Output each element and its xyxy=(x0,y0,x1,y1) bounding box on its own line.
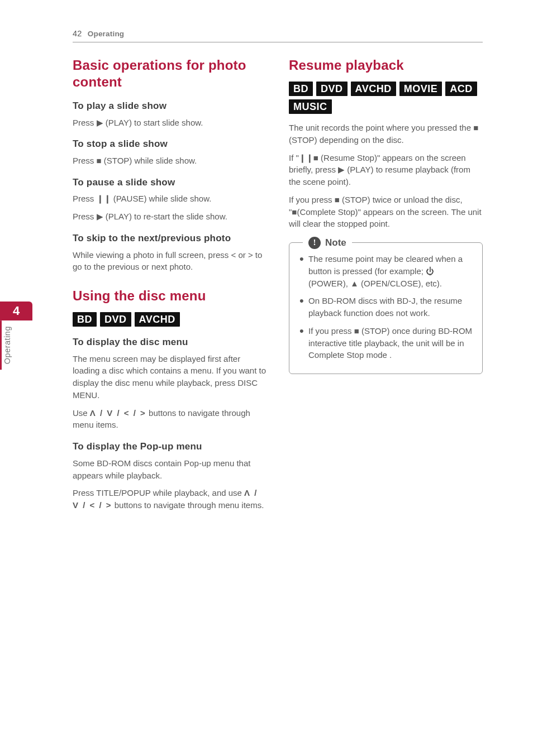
side-tab: 4 Operating xyxy=(0,302,32,370)
text-display-disc-2: Use Λ / V / < / > buttons to navigate th… xyxy=(73,407,266,432)
text-skip-photo: While viewing a photo in full screen, pr… xyxy=(73,249,266,274)
heading-display-disc: To display the disc menu xyxy=(73,336,266,350)
badge-music: MUSIC xyxy=(289,99,332,114)
text-resume-2: If "❙❙■ (Resume Stop)" appears on the sc… xyxy=(289,152,483,188)
right-column: Resume playback BD DVD AVCHD MOVIE ACD M… xyxy=(289,57,483,517)
text-resume-1: The unit records the point where you pre… xyxy=(289,122,483,146)
nav-arrows-icon: Λ / V / < / > xyxy=(90,408,146,418)
badge-avchd: AVCHD xyxy=(135,312,180,327)
text-pause-slide-1: Press ❙❙ (PAUSE) while slide show. xyxy=(73,193,266,205)
side-tab-number: 4 xyxy=(0,302,32,320)
heading-basic-ops: Basic operations for photo content xyxy=(73,57,266,90)
badge-avchd: AVCHD xyxy=(351,82,396,96)
side-tab-label: Operating xyxy=(0,320,32,370)
heading-skip-photo: To skip to the next/previous photo xyxy=(73,232,266,246)
badge-bd: BD xyxy=(73,312,97,327)
text-frag: Press TITLE/POPUP while playback, and us… xyxy=(73,488,244,497)
heading-pause-slide: To pause a slide show xyxy=(73,176,266,190)
note-label-text: Note xyxy=(325,236,346,250)
note-label: ! Note xyxy=(303,236,352,250)
heading-play-slide: To play a slide show xyxy=(73,99,266,113)
page-section: Operating xyxy=(88,28,125,40)
badges-resume: BD DVD AVCHD MOVIE ACD MUSIC xyxy=(289,82,483,114)
badge-movie: MOVIE xyxy=(399,82,442,96)
badge-dvd: DVD xyxy=(100,312,131,327)
badge-acd: ACD xyxy=(445,82,477,96)
note-item: The resume point may be cleared when a b… xyxy=(299,253,474,289)
badge-dvd: DVD xyxy=(316,82,348,96)
heading-stop-slide: To stop a slide show xyxy=(73,137,266,151)
text-play-slide: Press ▶ (PLAY) to start slide show. xyxy=(73,117,266,129)
text-stop-slide: Press ■ (STOP) while slide show. xyxy=(73,155,266,167)
text-pause-slide-2: Press ▶ (PLAY) to re-start the slide sho… xyxy=(73,210,266,223)
left-column: Basic operations for photo content To pl… xyxy=(73,57,266,517)
page-header: 42 Operating xyxy=(73,28,483,42)
note-item: If you press ■ (STOP) once during BD-ROM… xyxy=(299,325,474,361)
text-frag: buttons to navigate through menu items. xyxy=(112,500,264,510)
text-frag: Use xyxy=(73,408,90,418)
badge-bd: BD xyxy=(289,82,313,96)
text-display-disc-1: The menu screen may be displayed first a… xyxy=(73,353,266,401)
page-number: 42 xyxy=(73,28,82,40)
info-icon: ! xyxy=(308,237,321,249)
note-box: ! Note The resume point may be cleared w… xyxy=(289,242,483,374)
text-resume-3: If you press ■ (STOP) twice or unload th… xyxy=(289,194,483,230)
heading-resume: Resume playback xyxy=(289,57,483,74)
badges-disc-menu: BD DVD AVCHD xyxy=(73,312,266,327)
heading-popup-menu: To display the Pop-up menu xyxy=(73,440,266,454)
text-popup-1: Some BD-ROM discs contain Pop-up menu th… xyxy=(73,457,266,482)
note-list: The resume point may be cleared when a b… xyxy=(299,253,474,361)
heading-disc-menu: Using the disc menu xyxy=(73,288,266,304)
text-popup-2: Press TITLE/POPUP while playback, and us… xyxy=(73,487,266,511)
note-item: On BD-ROM discs with BD-J, the resume pl… xyxy=(299,295,474,319)
